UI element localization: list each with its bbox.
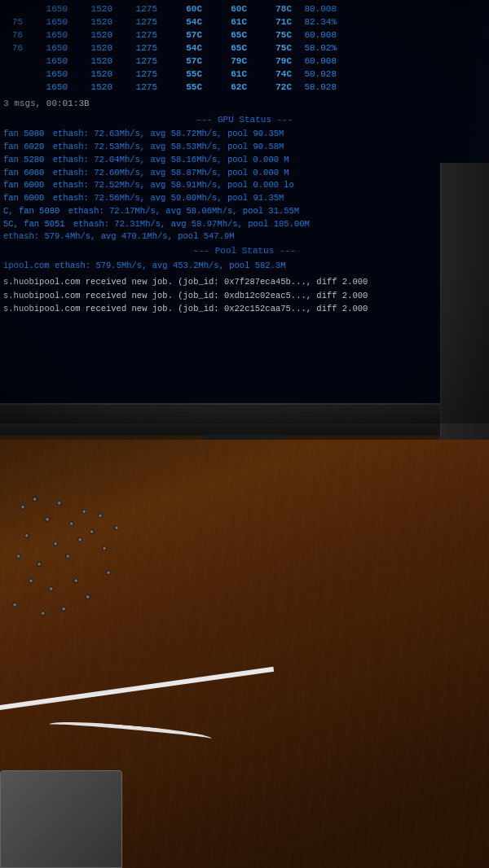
screw <box>68 520 75 527</box>
screw <box>85 594 90 599</box>
pool-status-header: --- Pool Status --- <box>2 245 487 258</box>
gpu-status-row: 5C, fan 5051 ethash: 72.31Mh/s, avg 58.9… <box>3 218 486 231</box>
screw <box>32 496 38 502</box>
screw <box>40 610 46 616</box>
table-row: 75 1650 1520 1275 54C 61C 71C 82.34% <box>2 16 487 29</box>
table-row: 1650 1520 1275 55C 62C 72C 58.028 <box>2 81 487 94</box>
screw <box>24 533 30 539</box>
screw <box>106 570 112 576</box>
screw <box>52 541 59 547</box>
log-row: s.huobipool.com received new job. (job_i… <box>3 302 486 316</box>
gpu-status-row: C, fan 5080 ethash: 72.17Mh/s, avg 58.06… <box>3 205 486 218</box>
screw <box>113 524 119 530</box>
terminal-output: 1650 1520 1275 60C 60C 78C 80.008 75 165… <box>0 0 489 423</box>
monitor-bezel <box>0 403 489 436</box>
screw <box>57 501 62 506</box>
screw <box>36 561 42 568</box>
gpu-status-row: fan 6000 ethash: 72.52Mh/s, avg 58.91Mh/… <box>3 179 486 192</box>
gpu-status-row: fan 6000 ethash: 72.56Mh/s, avg 59.00Mh/… <box>3 192 486 205</box>
screw <box>15 553 22 559</box>
screw <box>81 508 87 515</box>
gpu-status-row: fan 6060 ethash: 72.60Mh/s, avg 58.87Mh/… <box>3 167 486 180</box>
screw <box>77 537 82 542</box>
table-row: 1650 1520 1275 55C 61C 74C 50.028 <box>2 68 487 81</box>
table-row: 1650 1520 1275 60C 60C 78C 80.008 <box>2 3 487 16</box>
log-row: s.huobipool.com received new job. (job_i… <box>3 289 486 303</box>
device-bottom-left <box>0 770 122 868</box>
screws-pile <box>8 489 187 651</box>
monitor-screen: 1650 1520 1275 60C 60C 78C 80.008 75 165… <box>0 0 489 423</box>
gpu-status-header: --- GPU Status --- <box>2 114 487 127</box>
screw <box>97 512 104 519</box>
screw <box>48 585 55 592</box>
gpu-total-row: ethash: 579.4Mh/s, avg 470.1Mh/s, pool 5… <box>3 230 486 243</box>
screw <box>44 516 50 522</box>
gpu-status-section: fan 5080 ethash: 72.63Mh/s, avg 58.72Mh/… <box>2 128 487 243</box>
screw <box>73 577 79 584</box>
table-row: 76 1650 1520 1275 57C 65C 75C 60.008 <box>2 29 487 42</box>
cable <box>0 667 275 721</box>
pool-status-row: ipool.com ethash: 579.5Mh/s, avg 453.2Mh… <box>3 260 486 273</box>
gpu-status-row: fan 5080 ethash: 72.63Mh/s, avg 58.72Mh/… <box>3 128 486 141</box>
screw <box>28 577 34 584</box>
screw <box>12 603 17 607</box>
monitor-body-right <box>440 163 489 448</box>
screw <box>20 504 26 511</box>
uptime-display: 3 msgs, 00:01:3B <box>2 96 487 112</box>
screw <box>101 545 108 551</box>
desk-surface <box>0 440 489 868</box>
table-row: 76 1650 1520 1275 54C 65C 75C 58.02% <box>2 42 487 55</box>
log-section: s.huobipool.com received new job. (job_i… <box>2 275 487 316</box>
pool-status-section: ipool.com ethash: 579.5Mh/s, avg 453.2Mh… <box>2 260 487 273</box>
screw <box>64 553 71 559</box>
cable-curve <box>49 718 213 744</box>
log-row: s.huobipool.com received new job. (job_i… <box>3 275 486 289</box>
gpu-status-row: fan 6020 ethash: 72.53Mh/s, avg 58.53Mh/… <box>3 141 486 154</box>
table-row: 1650 1520 1275 57C 79C 79C 60.008 <box>2 55 487 68</box>
gpu-status-row: fan 5280 ethash: 72.04Mh/s, avg 58.16Mh/… <box>3 154 486 167</box>
screw <box>60 606 67 612</box>
stats-table: 1650 1520 1275 60C 60C 78C 80.008 75 165… <box>2 3 487 94</box>
screw <box>89 528 95 535</box>
